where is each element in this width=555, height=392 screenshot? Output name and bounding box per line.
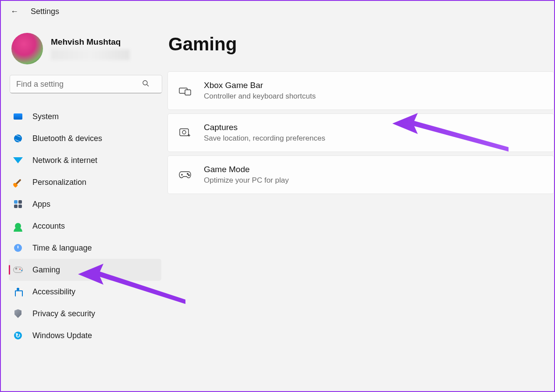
nav-list: System Bluetooth & devices Network & int… bbox=[9, 106, 161, 346]
sidebar-item-network[interactable]: Network & internet bbox=[9, 149, 161, 171]
sidebar-item-bluetooth[interactable]: Bluetooth & devices bbox=[9, 127, 161, 149]
user-name: Mehvish Mushtaq bbox=[51, 37, 130, 47]
sidebar-item-label: Accessibility bbox=[32, 287, 75, 297]
user-account-row[interactable]: Mehvish Mushtaq bbox=[9, 29, 161, 75]
sidebar-item-label: System bbox=[32, 112, 59, 121]
main-content: Gaming Xbox Game Bar Controller and keyb… bbox=[167, 21, 554, 390]
person-icon bbox=[13, 221, 23, 231]
game-mode-icon bbox=[178, 168, 192, 181]
update-icon bbox=[13, 331, 23, 340]
captures-icon bbox=[178, 126, 192, 139]
sidebar: Mehvish Mushtaq System Bluetooth & devic… bbox=[1, 21, 167, 390]
shield-icon bbox=[13, 309, 23, 318]
xbox-game-bar-icon bbox=[178, 84, 192, 97]
user-email-redacted bbox=[51, 49, 130, 60]
card-game-mode[interactable]: Game Mode Optimize your PC for play bbox=[167, 155, 554, 194]
svg-rect-4 bbox=[180, 129, 189, 136]
sidebar-item-accounts[interactable]: Accounts bbox=[9, 215, 161, 237]
card-subtitle: Optimize your PC for play bbox=[204, 176, 289, 185]
search-wrap bbox=[10, 75, 160, 93]
back-arrow-icon[interactable]: ← bbox=[11, 7, 18, 16]
sidebar-item-label: Gaming bbox=[32, 265, 60, 275]
card-subtitle: Controller and keyboard shortcuts bbox=[204, 92, 316, 101]
search-input[interactable] bbox=[10, 75, 162, 93]
sidebar-item-label: Time & language bbox=[32, 244, 92, 253]
sidebar-item-label: Apps bbox=[32, 200, 50, 209]
sidebar-item-apps[interactable]: Apps bbox=[9, 193, 161, 215]
sidebar-item-system[interactable]: System bbox=[9, 106, 161, 127]
sidebar-item-time[interactable]: Time & language bbox=[9, 237, 161, 259]
card-title: Game Mode bbox=[204, 165, 289, 174]
sidebar-item-label: Network & internet bbox=[32, 156, 97, 165]
settings-cards: Xbox Game Bar Controller and keyboard sh… bbox=[167, 71, 554, 194]
svg-rect-3 bbox=[185, 90, 191, 95]
avatar bbox=[11, 33, 43, 64]
accessibility-icon bbox=[13, 287, 23, 297]
sidebar-item-label: Bluetooth & devices bbox=[32, 134, 102, 143]
clock-globe-icon bbox=[13, 243, 23, 253]
wifi-icon bbox=[13, 155, 23, 165]
sidebar-item-label: Accounts bbox=[32, 222, 65, 231]
sidebar-item-privacy[interactable]: Privacy & security bbox=[9, 303, 161, 325]
sidebar-item-label: Windows Update bbox=[32, 331, 92, 340]
app-title: Settings bbox=[31, 7, 59, 16]
sidebar-item-personalization[interactable]: Personalization bbox=[9, 171, 161, 193]
system-icon bbox=[13, 112, 23, 121]
apps-icon bbox=[13, 199, 23, 209]
top-bar: ← Settings bbox=[1, 1, 554, 21]
page-title: Gaming bbox=[167, 34, 554, 55]
card-title: Captures bbox=[204, 123, 325, 132]
sidebar-item-label: Privacy & security bbox=[32, 309, 95, 318]
card-captures[interactable]: Captures Save location, recording prefer… bbox=[167, 113, 554, 152]
sidebar-item-update[interactable]: Windows Update bbox=[9, 325, 161, 346]
gamepad-icon bbox=[13, 265, 23, 275]
sidebar-item-label: Personalization bbox=[32, 178, 86, 187]
card-xbox-game-bar[interactable]: Xbox Game Bar Controller and keyboard sh… bbox=[167, 71, 554, 110]
sidebar-item-gaming[interactable]: Gaming bbox=[9, 259, 161, 281]
card-subtitle: Save location, recording preferences bbox=[204, 134, 325, 143]
card-title: Xbox Game Bar bbox=[204, 81, 316, 90]
paintbrush-icon bbox=[13, 177, 23, 187]
bluetooth-icon bbox=[13, 134, 23, 143]
svg-point-5 bbox=[182, 131, 186, 134]
svg-point-10 bbox=[187, 173, 188, 174]
svg-point-11 bbox=[189, 175, 189, 176]
sidebar-item-accessibility[interactable]: Accessibility bbox=[9, 281, 161, 303]
